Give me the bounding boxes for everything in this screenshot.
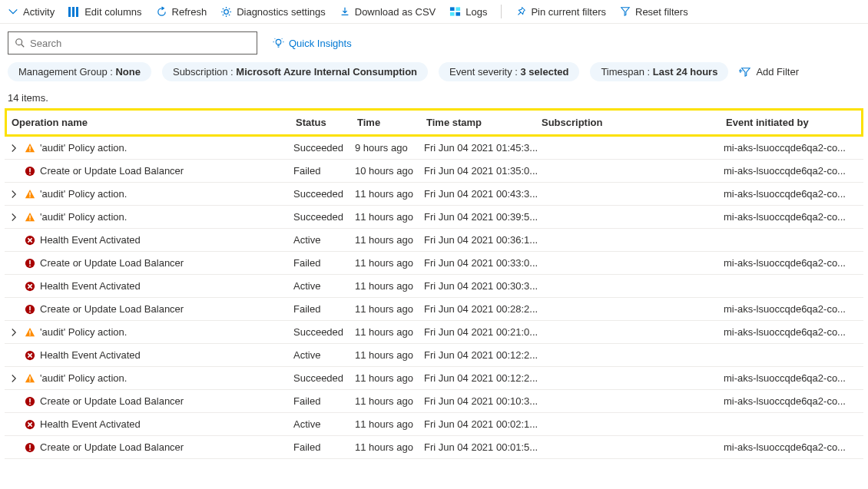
warning-status-icon xyxy=(25,189,35,200)
cell-status: Succeeded xyxy=(293,188,355,200)
table-row[interactable]: 'audit' Policy action.Succeeded11 hours … xyxy=(5,321,863,344)
logs-button[interactable]: Logs xyxy=(449,6,487,18)
cell-operation: Create or Update Load Balancer xyxy=(9,395,293,407)
search-box[interactable] xyxy=(8,31,257,55)
expand-chevron-icon[interactable] xyxy=(9,213,20,222)
svg-rect-7 xyxy=(456,12,461,16)
table-row[interactable]: Health Event ActivatedActive11 hours ago… xyxy=(5,413,863,436)
expand-chevron-icon[interactable] xyxy=(9,374,20,383)
col-time[interactable]: Time xyxy=(357,117,426,128)
cell-operation: 'audit' Policy action. xyxy=(9,326,293,338)
cell-time: 11 hours ago xyxy=(355,188,424,200)
edit-columns-button[interactable]: Edit columns xyxy=(68,6,141,18)
table-row[interactable]: 'audit' Policy action.Succeeded11 hours … xyxy=(5,183,863,206)
operation-name: 'audit' Policy action. xyxy=(40,326,127,338)
lightbulb-icon xyxy=(273,38,284,49)
table-row[interactable]: Create or Update Load BalancerFailed11 h… xyxy=(5,390,863,413)
filter-pill-management-group[interactable]: Management Group : None xyxy=(8,62,151,81)
cell-operation: 'audit' Policy action. xyxy=(9,188,293,200)
cell-operation: Create or Update Load Balancer xyxy=(9,257,293,269)
col-initiated[interactable]: Event initiated by xyxy=(726,117,864,128)
cell-operation: Health Event Activated xyxy=(9,349,293,361)
cell-timestamp: Fri Jun 04 2021 00:36:1... xyxy=(424,234,539,246)
filter-pill-severity[interactable]: Event severity : 3 selected xyxy=(439,62,579,81)
svg-rect-2 xyxy=(76,7,78,17)
cell-initiated: mi-aks-lsuoccqde6qa2-co... xyxy=(724,326,862,338)
reset-filters-button[interactable]: Reset filters xyxy=(620,6,688,18)
svg-rect-42 xyxy=(29,398,31,402)
col-status[interactable]: Status xyxy=(296,117,357,128)
filter-pill-timespan[interactable]: Timespan : Last 24 hours xyxy=(590,62,728,81)
cell-operation: 'audit' Policy action. xyxy=(9,211,293,223)
col-operation[interactable]: Operation name xyxy=(12,117,296,128)
download-icon xyxy=(340,6,350,17)
pin-filters-button[interactable]: Pin current filters xyxy=(515,6,606,18)
error-status-icon xyxy=(25,396,35,407)
operation-name: Create or Update Load Balancer xyxy=(40,165,184,177)
svg-rect-25 xyxy=(29,196,30,197)
activity-label: Activity xyxy=(23,6,55,18)
cell-initiated: mi-aks-lsuoccqde6qa2-co... xyxy=(724,165,862,177)
warning-status-icon xyxy=(25,212,35,223)
error-status-icon xyxy=(25,258,35,269)
operation-name: Create or Update Load Balancer xyxy=(40,257,184,269)
cell-time: 11 hours ago xyxy=(355,280,424,292)
close-status-icon xyxy=(25,350,35,361)
svg-rect-27 xyxy=(29,219,30,220)
refresh-button[interactable]: Refresh xyxy=(156,6,207,18)
svg-rect-34 xyxy=(29,306,31,310)
operation-name: Create or Update Load Balancer xyxy=(40,441,184,453)
filter-pill-subscription[interactable]: Subscription : Microsoft Azure Internal … xyxy=(162,62,428,81)
quick-insights-label: Quick Insights xyxy=(289,38,352,49)
expand-chevron-icon[interactable] xyxy=(9,190,20,199)
activity-button[interactable]: Activity xyxy=(8,6,55,18)
cell-status: Failed xyxy=(293,165,355,177)
operation-name: Create or Update Load Balancer xyxy=(40,395,184,407)
download-button[interactable]: Download as CSV xyxy=(340,6,436,18)
svg-rect-26 xyxy=(29,215,30,218)
cell-time: 11 hours ago xyxy=(355,418,424,430)
cell-time: 11 hours ago xyxy=(355,395,424,407)
search-input[interactable] xyxy=(30,38,250,49)
cell-initiated: mi-aks-lsuoccqde6qa2-co... xyxy=(724,372,862,384)
refresh-label: Refresh xyxy=(172,6,207,18)
expand-chevron-icon[interactable] xyxy=(9,328,20,337)
table-row[interactable]: Create or Update Load BalancerFailed11 h… xyxy=(5,252,863,275)
cell-time: 11 hours ago xyxy=(355,326,424,338)
svg-rect-23 xyxy=(29,173,31,174)
cell-status: Succeeded xyxy=(293,326,355,338)
operation-name: 'audit' Policy action. xyxy=(40,142,127,154)
cell-time: 11 hours ago xyxy=(355,441,424,453)
expand-chevron-icon[interactable] xyxy=(9,144,20,153)
svg-point-10 xyxy=(276,39,281,45)
add-filter-label: Add Filter xyxy=(756,66,799,78)
diagnostics-button[interactable]: Diagnostics settings xyxy=(220,6,326,18)
cell-timestamp: Fri Jun 04 2021 01:45:3... xyxy=(424,142,539,154)
table-row[interactable]: Create or Update Load BalancerFailed11 h… xyxy=(5,436,863,459)
table-row[interactable]: Create or Update Load BalancerFailed10 h… xyxy=(5,160,863,183)
operation-name: 'audit' Policy action. xyxy=(40,211,127,223)
cell-timestamp: Fri Jun 04 2021 00:30:3... xyxy=(424,280,539,292)
cell-operation: Create or Update Load Balancer xyxy=(9,165,293,177)
svg-rect-1 xyxy=(72,7,75,17)
svg-rect-40 xyxy=(29,380,30,381)
edit-columns-label: Edit columns xyxy=(84,6,141,18)
table-row[interactable]: Create or Update Load BalancerFailed11 h… xyxy=(5,298,863,321)
svg-rect-20 xyxy=(29,150,30,150)
cell-time: 9 hours ago xyxy=(355,142,424,154)
table-row[interactable]: 'audit' Policy action.Succeeded9 hours a… xyxy=(5,137,863,160)
svg-line-9 xyxy=(22,45,25,48)
download-label: Download as CSV xyxy=(355,6,436,18)
quick-insights-button[interactable]: Quick Insights xyxy=(273,38,352,49)
cell-initiated: mi-aks-lsuoccqde6qa2-co... xyxy=(724,441,862,453)
table-row[interactable]: Health Event ActivatedActive11 hours ago… xyxy=(5,229,863,252)
col-timestamp[interactable]: Time stamp xyxy=(426,117,542,128)
table-row[interactable]: Health Event ActivatedActive11 hours ago… xyxy=(5,344,863,367)
table-row[interactable]: 'audit' Policy action.Succeeded11 hours … xyxy=(5,206,863,229)
table-row[interactable]: 'audit' Policy action.Succeeded11 hours … xyxy=(5,367,863,390)
table-row[interactable]: Health Event ActivatedActive11 hours ago… xyxy=(5,275,863,298)
add-filter-button[interactable]: Add Filter xyxy=(739,66,799,78)
svg-line-15 xyxy=(274,38,275,38)
col-subscription[interactable]: Subscription xyxy=(542,117,726,128)
svg-rect-31 xyxy=(29,265,31,266)
